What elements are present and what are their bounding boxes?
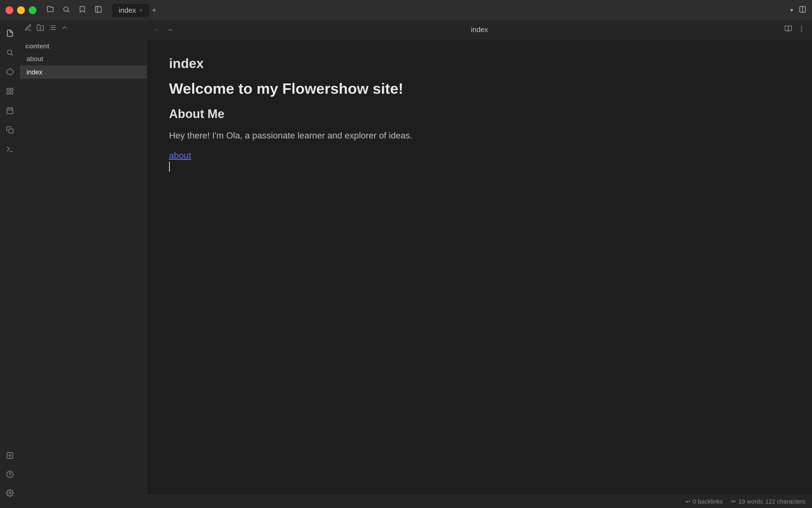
traffic-lights <box>5 6 37 14</box>
document-title: index <box>169 56 790 71</box>
backlinks-status: ↩ 0 backlinks <box>685 498 723 505</box>
activity-copy[interactable] <box>3 123 17 137</box>
sidebar-item-index-label: index <box>27 68 42 76</box>
activity-search[interactable] <box>3 45 17 60</box>
svg-point-32 <box>801 26 802 27</box>
activity-settings[interactable] <box>3 486 17 500</box>
document-heading1: Welcome to my Flowershow site! <box>169 80 790 97</box>
backlinks-icon: ↩ <box>685 498 690 505</box>
sidebar-content: content about index <box>20 37 147 82</box>
editor-actions <box>784 25 805 35</box>
document-heading2: About Me <box>169 107 790 121</box>
tabs-bar: index × + <box>112 4 786 17</box>
svg-point-20 <box>9 455 11 457</box>
sidebar-toolbar <box>20 20 147 37</box>
bookmark-titlebar-icon[interactable] <box>79 5 86 15</box>
activity-bar <box>0 20 20 508</box>
new-folder-icon[interactable] <box>37 24 44 33</box>
text-cursor <box>169 162 170 172</box>
svg-rect-19 <box>7 453 13 459</box>
files-titlebar-icon[interactable] <box>46 5 54 15</box>
collapse-icon[interactable] <box>61 24 68 33</box>
activity-plugin[interactable] <box>3 448 17 463</box>
close-button[interactable] <box>5 6 13 14</box>
tab-label: index <box>119 6 136 15</box>
tab-close-button[interactable]: × <box>139 7 143 13</box>
editor-nav: ← → <box>153 26 174 34</box>
edit-icon: ✏ <box>731 498 736 505</box>
document-about-link[interactable]: about <box>169 151 191 160</box>
svg-marker-8 <box>7 69 13 75</box>
document-link-line: about <box>169 151 790 161</box>
svg-point-34 <box>801 31 802 31</box>
document-paragraph: Hey there! I'm Ola, a passionate learner… <box>169 129 790 142</box>
sidebar-item-about[interactable]: about <box>20 52 147 66</box>
svg-rect-11 <box>7 92 9 94</box>
new-note-icon[interactable] <box>24 24 32 33</box>
search-titlebar-icon[interactable] <box>62 5 70 15</box>
words-status: ✏ 19 words 122 characters <box>731 498 805 505</box>
svg-point-6 <box>7 50 12 54</box>
svg-line-1 <box>68 11 69 12</box>
chars-label: 122 characters <box>765 498 805 505</box>
svg-rect-10 <box>10 88 13 91</box>
cursor-line <box>169 162 790 172</box>
activity-calendar[interactable] <box>3 103 17 118</box>
svg-rect-13 <box>7 108 13 114</box>
sidebar-folder-label: content <box>20 40 147 52</box>
editor-header: ← → index <box>147 20 812 39</box>
activity-graph[interactable] <box>3 65 17 79</box>
activity-bottom <box>3 448 17 508</box>
words-label: 19 words <box>738 498 763 505</box>
tab-dropdown-icon[interactable]: ▾ <box>790 7 793 14</box>
svg-line-7 <box>11 54 13 55</box>
sidebar-item-about-label: about <box>27 55 43 63</box>
backlinks-label: 0 backlinks <box>693 498 723 505</box>
editor-header-title: index <box>471 26 488 34</box>
activity-terminal[interactable] <box>3 142 17 157</box>
app-body: content about index ← → index <box>0 20 812 508</box>
activity-files[interactable] <box>3 26 17 40</box>
forward-button[interactable]: → <box>166 26 174 34</box>
sort-icon[interactable] <box>49 24 56 33</box>
minimize-button[interactable] <box>17 6 25 14</box>
active-tab[interactable]: index × <box>112 4 149 17</box>
sidebar-item-index[interactable]: index <box>20 66 147 79</box>
svg-rect-17 <box>9 129 13 133</box>
editor-content[interactable]: index Welcome to my Flowershow site! Abo… <box>147 39 812 495</box>
svg-rect-12 <box>10 92 13 94</box>
new-tab-button[interactable]: + <box>152 6 156 15</box>
split-layout-icon[interactable] <box>799 5 807 15</box>
activity-help[interactable] <box>3 467 17 481</box>
titlebar-icons <box>46 5 102 15</box>
titlebar: index × + ▾ <box>0 0 812 20</box>
svg-point-23 <box>9 492 11 494</box>
titlebar-right: ▾ <box>790 5 807 15</box>
back-button[interactable]: ← <box>153 26 161 34</box>
sidebar: content about index <box>20 20 147 508</box>
activity-grid[interactable] <box>3 84 17 98</box>
more-options-icon[interactable] <box>798 25 805 35</box>
svg-rect-9 <box>7 88 9 91</box>
fullscreen-button[interactable] <box>29 6 37 14</box>
svg-point-0 <box>64 7 68 11</box>
svg-rect-2 <box>96 7 101 12</box>
svg-point-33 <box>801 29 802 29</box>
editor-area: ← → index index Welcome to my Flowershow… <box>147 20 812 508</box>
status-bar: ↩ 0 backlinks ✏ 19 words 122 characters <box>147 495 812 508</box>
layout-titlebar-icon[interactable] <box>94 5 102 15</box>
reading-mode-icon[interactable] <box>784 25 792 35</box>
